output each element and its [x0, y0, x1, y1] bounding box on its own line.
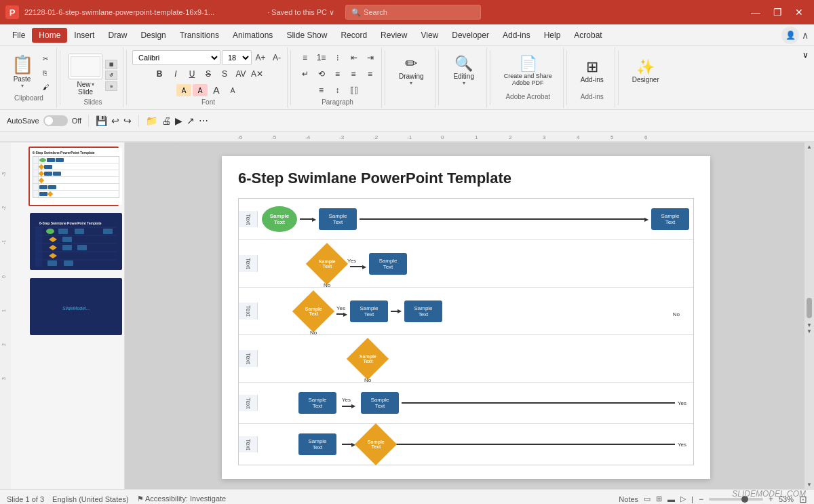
ribbon-collapse-btn[interactable]: ∧ [802, 30, 809, 41]
indent-more-btn[interactable]: ⇥ [363, 50, 378, 65]
search-box[interactable]: 🔍 Search [345, 5, 481, 20]
bullet-list-btn[interactable]: ≡ [298, 50, 313, 65]
ruler-top: -6 -5 -4 -3 -2 -1 0 1 2 3 4 5 6 [0, 132, 814, 142]
normal-view-btn[interactable]: ▭ [644, 495, 651, 503]
font-name-select[interactable]: Calibri [132, 50, 220, 65]
editing-arrow[interactable]: ▾ [463, 80, 465, 86]
sep8 [618, 50, 619, 105]
menu-view[interactable]: View [414, 28, 445, 43]
slide-sorter-btn[interactable]: ⊞ [656, 495, 662, 503]
designer-button[interactable]: ✨ Designer [627, 49, 665, 92]
align-left-btn[interactable]: ≡ [330, 66, 345, 81]
line-spacing-btn[interactable]: ↕ [330, 83, 345, 98]
present-icon[interactable]: ▶ [175, 115, 182, 126]
minimize-button[interactable]: — [746, 3, 765, 22]
italic-button[interactable]: I [168, 66, 183, 81]
menu-slideshow[interactable]: Slide Show [279, 28, 334, 43]
undo-button[interactable]: ↩ [111, 115, 119, 126]
autosave-toggle[interactable] [43, 115, 68, 126]
user-avatar[interactable]: 👤 [781, 26, 799, 44]
scroll-thumb[interactable] [807, 298, 812, 318]
increase-font-btn[interactable]: A+ [253, 50, 268, 65]
swimlane-content-6: SampleText ▶ SampleText Yes [258, 424, 693, 465]
column-btn[interactable]: ⫶ [330, 50, 345, 65]
indent-less-btn[interactable]: ⇤ [347, 50, 362, 65]
menu-help[interactable]: Help [537, 28, 568, 43]
format-painter-button[interactable]: 🖌 [40, 80, 52, 94]
font-size-a-large[interactable]: A [209, 83, 224, 98]
menu-addins[interactable]: Add-ins [496, 28, 537, 43]
slide-3-thumbnail[interactable]: SlideModel... [28, 277, 119, 336]
save-icon[interactable]: 💾 [96, 115, 107, 126]
cut-button[interactable]: ✂ [40, 52, 52, 65]
reading-view-btn[interactable]: ▬ [667, 495, 675, 503]
font-size-a-small[interactable]: A [225, 83, 240, 98]
highlight-color-btn[interactable]: A [176, 84, 191, 96]
font-color-btn[interactable]: A [193, 84, 208, 96]
menu-review[interactable]: Review [374, 28, 414, 43]
strikethrough-button[interactable]: S [201, 66, 216, 81]
menu-design[interactable]: Design [134, 28, 172, 43]
rtl-btn[interactable]: ↵ [298, 66, 313, 81]
mini-label-6 [33, 191, 39, 197]
svg-text:-3: -3 [339, 134, 345, 140]
scroll-up-btn[interactable]: ▲ [807, 144, 812, 150]
menu-home[interactable]: Home [32, 28, 67, 43]
char-spacing-button[interactable]: AV [233, 66, 248, 81]
slide-1-thumbnail[interactable]: 6-Step Swimlane PowerPoint Template [28, 147, 119, 206]
text-direction-btn[interactable]: ⟲ [314, 66, 329, 81]
canvas-scroll[interactable]: 6-Step Swimlane PowerPoint Template Text… [125, 142, 805, 489]
menu-animations[interactable]: Animations [226, 28, 279, 43]
menu-developer[interactable]: Developer [445, 28, 496, 43]
clear-format-button[interactable]: A✕ [250, 66, 265, 81]
scroll-down-btn[interactable]: ▼ [807, 482, 812, 488]
file-icon[interactable]: 📁 [146, 115, 157, 126]
font-size-select[interactable]: 18 [222, 50, 252, 65]
menu-file[interactable]: File [5, 28, 32, 43]
menu-transitions[interactable]: Transitions [173, 28, 226, 43]
restore-button[interactable]: ❐ [768, 3, 787, 22]
numbered-list-btn[interactable]: 1≡ [314, 50, 329, 65]
close-button[interactable]: ✕ [790, 3, 809, 22]
underline-button[interactable]: U [185, 66, 199, 81]
section-btn[interactable]: ≡ [105, 81, 117, 91]
notes-btn[interactable]: Notes [619, 495, 638, 503]
align-right-btn[interactable]: ≡ [363, 66, 378, 81]
svg-text:3: 3 [543, 134, 546, 140]
copy-button[interactable]: ⎘ [40, 66, 52, 79]
paste-button[interactable]: 📋 Paste ▾ [6, 50, 39, 94]
menu-acrobat[interactable]: Acrobat [567, 28, 608, 43]
paste-dropdown-arrow[interactable]: ▾ [21, 83, 24, 89]
share-icon[interactable]: ↗ [187, 115, 195, 126]
adobe-pdf-button[interactable]: 📄 Create and ShareAdobe PDF [499, 49, 558, 92]
decrease-font-btn[interactable]: A- [269, 50, 284, 65]
ribbon-expand-btn[interactable]: ∨ [800, 47, 811, 62]
menu-insert[interactable]: Insert [67, 28, 101, 43]
print-icon[interactable]: 🖨 [161, 115, 171, 126]
menu-draw[interactable]: Draw [101, 28, 134, 43]
new-slide-arrow[interactable]: ▾ [92, 81, 94, 88]
text-shadow-button[interactable]: S [217, 66, 232, 81]
accessibility-info[interactable]: ⚑ Accessibility: Investigate [137, 495, 227, 503]
ribbon-group-drawing: ✏ Drawing ▾ [388, 47, 435, 108]
reset-btn[interactable]: ↺ [105, 71, 117, 80]
convert-smartart-btn[interactable]: ⟦⟧ [347, 83, 362, 98]
new-slide-label[interactable]: New [77, 81, 90, 88]
svg-text:2: 2 [1, 343, 6, 346]
align-center-btn[interactable]: ≡ [347, 66, 362, 81]
addins-button[interactable]: ⊞ Add-ins [575, 49, 609, 92]
editing-button[interactable]: 🔍 Editing ▾ [447, 49, 481, 92]
bold-button[interactable]: B [152, 66, 167, 81]
more-tools-icon[interactable]: ⋯ [199, 115, 208, 126]
menu-record[interactable]: Record [334, 28, 374, 43]
slide-2-thumbnail[interactable]: 6-Step Swimlane PowerPoint Template [28, 212, 119, 271]
drawing-button[interactable]: ✏ Drawing ▾ [393, 49, 429, 92]
vertical-scrollbar[interactable]: ▲ ▼▼ ▼ [805, 142, 814, 489]
scroll-down-arrows[interactable]: ▼▼ [807, 322, 812, 334]
slideshow-btn[interactable]: ▷ [680, 495, 686, 503]
redo-button[interactable]: ↪ [123, 115, 132, 126]
drawing-arrow[interactable]: ▾ [410, 80, 412, 86]
justify-btn[interactable]: ≡ [314, 83, 329, 98]
layout-btn[interactable]: ▦ [105, 60, 117, 69]
zoom-out-btn[interactable]: − [699, 495, 703, 504]
